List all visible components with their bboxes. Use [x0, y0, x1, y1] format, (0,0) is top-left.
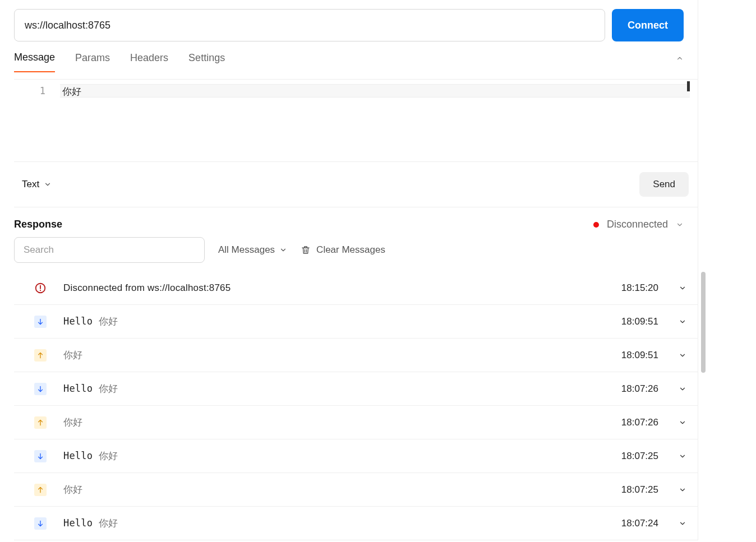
message-received-icon [34, 517, 47, 530]
message-text: 你好 [63, 416, 82, 429]
expand-row-button[interactable] [679, 520, 686, 527]
format-selector[interactable]: Text [22, 179, 52, 190]
editor-line-number: 1 [14, 80, 60, 161]
message-row[interactable]: 你好18:07:26 [14, 406, 698, 439]
message-text: Hello 你好 [63, 450, 118, 462]
expand-row-button[interactable] [679, 452, 686, 460]
chevron-down-icon [679, 385, 686, 393]
message-text: Disconnected from ws://localhost:8765 [63, 282, 231, 294]
trash-icon [301, 245, 311, 255]
message-list: Disconnected from ws://localhost:876518:… [14, 272, 698, 540]
message-filter-label: All Messages [218, 244, 275, 256]
message-filter-dropdown[interactable]: All Messages [218, 244, 287, 256]
chevron-down-icon [676, 221, 684, 229]
chevron-down-icon [279, 246, 287, 254]
tab-settings[interactable]: Settings [188, 52, 225, 72]
message-received-icon [34, 450, 47, 462]
websocket-url-input[interactable] [14, 9, 605, 41]
chevron-down-icon [44, 180, 52, 188]
message-row[interactable]: Hello 你好18:07:24 [14, 507, 698, 540]
chevron-down-icon [679, 452, 686, 460]
message-time: 18:09:51 [621, 316, 658, 327]
message-row[interactable]: Hello 你好18:09:51 [14, 305, 698, 339]
message-text: Hello 你好 [63, 382, 118, 395]
tab-params[interactable]: Params [75, 52, 110, 72]
message-text: Hello 你好 [63, 315, 118, 328]
expand-row-button[interactable] [679, 318, 686, 326]
message-row[interactable]: 你好18:09:51 [14, 339, 698, 372]
message-editor[interactable]: 1 你好 [14, 79, 698, 162]
message-row[interactable]: 你好18:07:25 [14, 473, 698, 507]
search-input[interactable] [14, 237, 205, 263]
chevron-up-icon [676, 54, 684, 62]
format-label: Text [22, 179, 39, 190]
arrow-down-icon [36, 520, 44, 527]
message-row[interactable]: Hello 你好18:07:26 [14, 372, 698, 406]
message-time: 18:07:24 [621, 518, 658, 529]
message-sent-icon [34, 416, 47, 429]
chevron-down-icon [679, 351, 686, 359]
chevron-down-icon [679, 284, 686, 292]
status-indicator-icon [593, 222, 599, 228]
chevron-down-icon [679, 520, 686, 527]
connection-status: Disconnected [607, 219, 668, 230]
chevron-down-icon [679, 318, 686, 326]
message-time: 18:07:25 [621, 484, 658, 495]
svg-point-2 [40, 290, 41, 291]
editor-content[interactable]: 你好 [60, 84, 690, 98]
arrow-down-icon [36, 318, 44, 326]
error-icon [34, 282, 47, 294]
expand-row-button[interactable] [679, 486, 686, 494]
message-text: Hello 你好 [63, 517, 118, 530]
connect-button[interactable]: Connect [612, 9, 684, 41]
message-row[interactable]: Hello 你好18:07:25 [14, 439, 698, 473]
tab-headers[interactable]: Headers [130, 52, 168, 72]
message-text: 你好 [63, 349, 82, 362]
message-received-icon [34, 316, 47, 328]
message-time: 18:15:20 [621, 282, 658, 294]
message-text: 你好 [63, 483, 82, 496]
message-time: 18:07:25 [621, 451, 658, 462]
response-title: Response [14, 219, 62, 230]
arrow-down-icon [36, 385, 44, 393]
arrow-down-icon [36, 452, 44, 460]
collapse-pane-button[interactable] [676, 54, 684, 70]
arrow-up-icon [36, 419, 44, 427]
message-row[interactable]: Disconnected from ws://localhost:876518:… [14, 272, 698, 305]
message-time: 18:09:51 [621, 350, 658, 361]
message-sent-icon [34, 349, 47, 362]
tab-message[interactable]: Message [14, 52, 55, 72]
chevron-down-icon [679, 486, 686, 494]
message-time: 18:07:26 [621, 383, 658, 395]
expand-row-button[interactable] [679, 385, 686, 393]
message-error-icon [34, 282, 47, 294]
status-dropdown[interactable] [676, 221, 684, 229]
send-button[interactable]: Send [639, 172, 689, 197]
arrow-up-icon [36, 351, 44, 359]
expand-row-button[interactable] [679, 419, 686, 427]
arrow-up-icon [36, 486, 44, 494]
message-sent-icon [34, 484, 47, 496]
message-time: 18:07:26 [621, 417, 658, 428]
expand-row-button[interactable] [679, 284, 686, 292]
clear-messages-button[interactable]: Clear Messages [301, 244, 385, 256]
clear-messages-label: Clear Messages [316, 244, 385, 256]
chevron-down-icon [679, 419, 686, 427]
message-received-icon [34, 383, 47, 395]
expand-row-button[interactable] [679, 351, 686, 359]
scrollbar[interactable] [701, 272, 706, 373]
